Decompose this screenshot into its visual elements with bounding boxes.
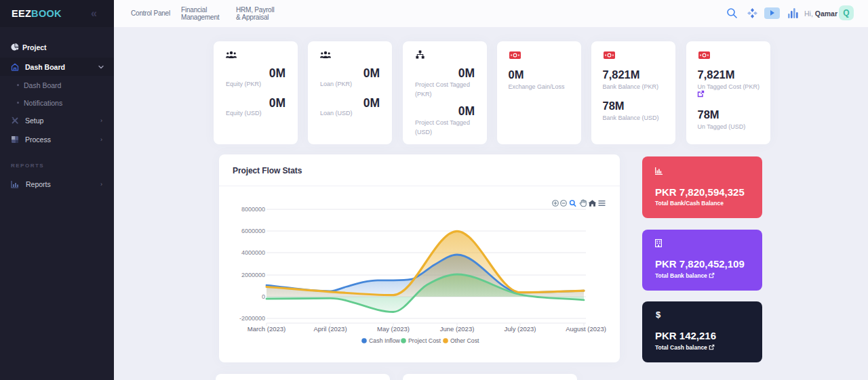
svg-text:-2000000: -2000000 <box>239 315 265 322</box>
svg-text:August (2023): August (2023) <box>566 325 606 333</box>
svg-text:Other Cost: Other Cost <box>450 337 479 344</box>
svg-text:April (2023): April (2023) <box>313 325 347 333</box>
svg-text:8000000: 8000000 <box>241 206 265 213</box>
svg-text:July (2023): July (2023) <box>505 325 536 333</box>
svg-text:May (2023): May (2023) <box>377 325 410 333</box>
svg-text:Project Cost: Project Cost <box>408 337 441 344</box>
svg-text:Cash Inflow: Cash Inflow <box>369 337 401 344</box>
svg-text:June (2023): June (2023) <box>440 325 475 333</box>
svg-text:0: 0 <box>262 293 265 300</box>
svg-text:4000000: 4000000 <box>241 249 265 256</box>
svg-text:March (2023): March (2023) <box>248 325 286 333</box>
svg-text:2000000: 2000000 <box>241 272 265 278</box>
svg-text:6000000: 6000000 <box>241 228 265 234</box>
